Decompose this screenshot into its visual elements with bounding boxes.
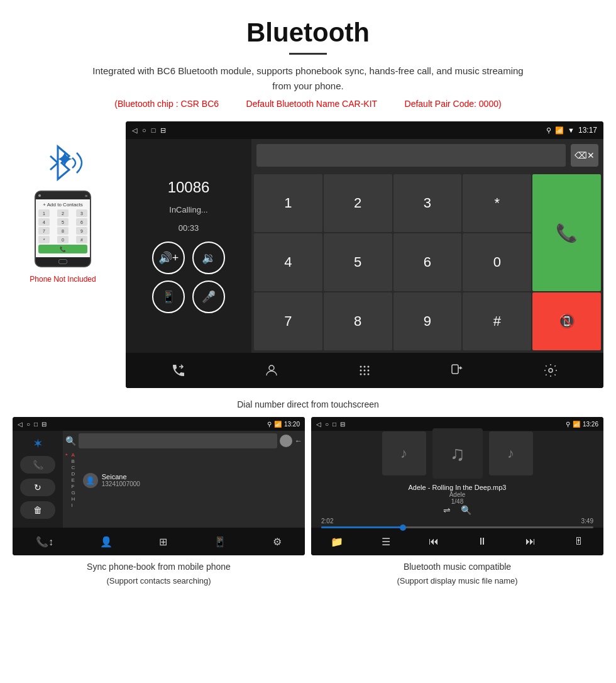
pb-status-bar: ◁ ○ □ ⊟ ⚲ 📶 13:20: [13, 417, 305, 431]
numkey-8[interactable]: 8: [324, 292, 392, 350]
pb-sync-icon: ↻: [34, 482, 41, 492]
ms-progress-fill: [321, 526, 403, 528]
bluetooth-symbol-icon: ✦: [55, 147, 74, 173]
control-row-2: 📱 🎤: [152, 280, 225, 313]
music-screen: ◁ ○ □ ⊟ ⚲ 📶 13:26 ♪ ♫: [311, 417, 603, 555]
ms-equalizer-icon[interactable]: 🎚: [574, 536, 584, 547]
delete-button[interactable]: ⌫✕: [571, 144, 598, 167]
ms-track-info: Adele - Rolling In the Deep.mp3 Adele 1/…: [409, 484, 507, 505]
numkey-star[interactable]: *: [463, 174, 531, 232]
mini-numpad-row1: 1 2 3: [38, 209, 87, 217]
call-end-button[interactable]: 📵: [532, 292, 601, 350]
svg-point-8: [364, 370, 366, 372]
pb-bluetooth-icon: ✶: [33, 436, 43, 451]
pb-delete-button[interactable]: 🗑: [20, 501, 55, 519]
bluetooth-icon-area: ✦: [38, 140, 88, 184]
dialer-input-box[interactable]: [256, 144, 566, 167]
dial-caption: Dial number direct from touchscreen: [0, 394, 616, 417]
ms-search-icon[interactable]: 🔍: [461, 505, 471, 515]
ms-list-icon[interactable]: ☰: [382, 536, 390, 548]
pb-status-right: ⚲ 📶 13:20: [267, 421, 300, 428]
dialer-content: 10086 InCalling... 00:33 🔊+ 🔉 📱: [126, 139, 603, 353]
dialer-controls: 🔊+ 🔉 📱 🎤: [152, 242, 225, 313]
pb-status-time: 13:20: [284, 421, 300, 428]
pb-call-button[interactable]: 📞: [20, 456, 55, 474]
svg-point-6: [368, 366, 370, 368]
numkey-5[interactable]: 5: [324, 233, 392, 291]
ms-status-time: 13:26: [583, 421, 598, 428]
pb-alpha-b: B: [72, 458, 75, 464]
numkey-9[interactable]: 9: [393, 292, 462, 350]
ms-album-right-note: ♪: [507, 445, 514, 462]
phonebook-screenshot-item: ◁ ○ □ ⊟ ⚲ 📶 13:20 ✶ 📞: [13, 417, 305, 586]
bottom-contacts-icon[interactable]: [258, 357, 285, 384]
status-time: 13:17: [578, 126, 597, 135]
volume-up-button[interactable]: 🔊+: [152, 242, 185, 274]
svg-point-10: [360, 374, 362, 375]
ms-location-icon: ⚲: [566, 421, 570, 428]
bt-name: Default Bluetooth Name CAR-KIT: [246, 99, 378, 109]
pb-alpha-list: A B C D E F G H I: [72, 452, 75, 508]
ms-time-current: 2:02: [321, 518, 333, 525]
mini-numpad-row3: 7 8 9: [38, 227, 87, 235]
numkey-3[interactable]: 3: [393, 174, 462, 232]
numkey-hash[interactable]: #: [463, 292, 531, 350]
ms-track-name: Adele - Rolling In the Deep.mp3: [409, 484, 507, 491]
pb-bottom-dialpad-icon[interactable]: ⊞: [159, 536, 167, 548]
numkey-2[interactable]: 2: [324, 174, 392, 232]
ms-album-area: ♪ ♫ ♪: [382, 428, 533, 479]
ms-album-right: ♪: [489, 431, 533, 475]
numkey-1[interactable]: 1: [254, 174, 322, 232]
dialer-right-panel: ⌫✕ 1 2 3 * 📞 4 5 6 0 7 8 9: [251, 139, 603, 353]
bottom-settings-icon[interactable]: [537, 357, 564, 384]
numkey-4[interactable]: 4: [254, 233, 322, 291]
call-status-label: InCalling...: [169, 205, 207, 214]
pb-nav-back: ◁: [18, 421, 23, 428]
mute-button[interactable]: 🎤: [192, 280, 225, 313]
pb-avatar-icon: 👤: [85, 476, 95, 485]
pb-bottom-contacts-icon[interactable]: 👤: [100, 536, 113, 548]
pb-alpha-h: H: [72, 496, 75, 502]
ms-play-pause-icon[interactable]: ⏸: [477, 536, 487, 547]
pb-contact-avatar: 👤: [83, 473, 98, 488]
pb-call-icon: 📞: [33, 460, 43, 470]
pb-bottom-settings-icon[interactable]: ⚙: [273, 536, 282, 548]
mini-numpad-row4: * 0 #: [38, 236, 87, 243]
pb-sync-button[interactable]: ↻: [20, 479, 55, 496]
ms-next-icon[interactable]: ⏭: [525, 536, 536, 547]
numkey-7[interactable]: 7: [254, 292, 322, 350]
pb-search-box[interactable]: [79, 433, 277, 448]
svg-point-14: [549, 369, 553, 372]
mini-key-star: *: [38, 236, 50, 243]
pb-bottom-calls-icon[interactable]: 📞↕: [36, 536, 53, 548]
mini-phone-status-bar: ≡: [36, 192, 90, 199]
mini-call-icon: 📞: [60, 247, 66, 252]
phonebook-caption-sub: (Support contacts searching): [13, 576, 305, 586]
bottom-calls-icon[interactable]: [165, 357, 192, 384]
numkey-0[interactable]: 0: [463, 233, 531, 291]
mini-key-2: 2: [57, 209, 69, 217]
pb-contact-details: Seicane 13241007000: [102, 473, 140, 487]
pb-bottom-bar: 📞↕ 👤 ⊞ 📱 ⚙: [13, 528, 305, 555]
numkey-6[interactable]: 6: [393, 233, 462, 291]
ms-prev-icon[interactable]: ⏮: [429, 536, 439, 547]
bottom-dialpad-icon[interactable]: [351, 357, 378, 384]
mute-icon: 🎤: [202, 290, 216, 304]
dialer-input-row: ⌫✕: [251, 139, 603, 172]
ms-folder-icon[interactable]: 📁: [331, 536, 343, 548]
dialer-bottom-bar: [126, 353, 603, 388]
bottom-screenshots: ◁ ○ □ ⊟ ⚲ 📶 13:20 ✶ 📞: [0, 417, 616, 586]
volume-down-button[interactable]: 🔉: [192, 242, 225, 274]
mini-key-9: 9: [76, 227, 87, 235]
pb-nav-menu: ⊟: [41, 421, 47, 428]
ms-progress-bar[interactable]: [321, 526, 593, 528]
call-answer-button[interactable]: 📞: [532, 174, 601, 291]
ms-signal-icon: 📶: [573, 421, 580, 428]
ms-status-left: ◁ ○ □ ⊟: [316, 421, 345, 428]
transfer-button[interactable]: 📱: [152, 280, 185, 313]
ms-shuffle-icon[interactable]: ⇌: [443, 505, 451, 515]
control-row-1: 🔊+ 🔉: [152, 242, 225, 274]
pb-bottom-transfer-icon[interactable]: 📱: [214, 536, 226, 548]
bottom-transfer-icon[interactable]: [444, 357, 471, 384]
mini-numpad-row2: 4 5 6: [38, 218, 87, 226]
